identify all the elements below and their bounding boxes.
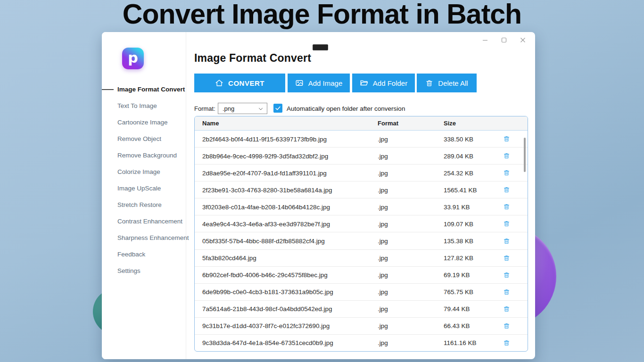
table-row: 7a5614a6-21b8-443d-98cf-0a4bdd0542ed.jpg… (195, 301, 528, 318)
add-folder-button-label: Add Folder (373, 79, 407, 87)
trash-icon (503, 322, 510, 329)
convert-button-label: CONVERT (228, 79, 264, 87)
file-format: .jpg (378, 135, 388, 142)
sidebar-item-label: Text To Image (117, 102, 157, 109)
sidebar-item[interactable]: Contrast Enhancement (102, 213, 186, 230)
sidebar-item-label: Sharpness Enhancement (117, 234, 189, 241)
file-name: 5fa3b820cd464.jpg (202, 255, 256, 262)
table-row: 2d8ae95e-e20f-4707-9a1d-fd1aff391101.jpg… (195, 165, 528, 181)
format-label: Format: (194, 105, 215, 112)
sidebar-item[interactable]: Image Format Convert (102, 81, 186, 98)
file-size: 1161.16 KB (444, 339, 477, 346)
table-row: 2f23be91-3c03-4763-8280-31be58a6814a.jpg… (195, 181, 528, 198)
add-image-button[interactable]: Add Image (288, 74, 350, 92)
sidebar-item[interactable]: Image UpScale (102, 180, 186, 197)
trash-icon (503, 152, 510, 159)
trash-icon (503, 203, 510, 210)
delete-row-button[interactable] (501, 168, 512, 178)
sidebar-item[interactable]: Remove Background (102, 147, 186, 164)
delete-row-button[interactable] (501, 185, 512, 195)
file-format: .jpg (378, 169, 388, 176)
sidebar-item-label: Remove Background (117, 152, 177, 159)
file-name: 9c38d3da-647d-4e1a-854e-67351cecd0b9.jpg (202, 339, 333, 346)
window-controls (476, 34, 532, 46)
file-name: 3f0203e8-c01a-4fae-b208-14b064b4128c.jpg (202, 203, 330, 210)
file-format: .jpg (378, 339, 388, 346)
table-body: 2b2f4643-b0f4-4d11-9f15-63397173fb9b.jpg… (195, 131, 528, 351)
minimize-button[interactable] (476, 34, 495, 46)
sidebar-item[interactable]: Feedback (102, 246, 186, 263)
sidebar-item-label: Cartoonize Image (117, 119, 168, 126)
file-name: 6de9b99b-c0e0-4cb3-b181-373631a9b05c.jpg (202, 288, 333, 296)
delete-all-button[interactable]: Delete All (417, 74, 477, 92)
trash-icon (503, 339, 510, 346)
sidebar-item[interactable]: Remove Object (102, 131, 186, 147)
table-row: 6b902cef-fbd0-4006-b46c-29c4575f8bec.jpg… (195, 267, 528, 284)
file-size: 109.07 KB (444, 220, 473, 227)
file-name: 2b8b964e-9cec-4998-92f9-3d5fad32dbf2.jpg (202, 152, 328, 159)
file-name: 2f23be91-3c03-4763-8280-31be58a6814a.jpg (202, 186, 332, 193)
page-title: Convert Image Format in Batch (0, 0, 644, 30)
delete-row-button[interactable] (501, 253, 512, 263)
column-header-size: Size (444, 120, 456, 127)
delete-row-button[interactable] (501, 236, 512, 246)
file-format: .jpg (378, 322, 388, 329)
section-heading: Image Format Convert (194, 52, 311, 65)
sidebar-item[interactable]: Sharpness Enhancement (102, 230, 186, 246)
sidebar-item[interactable]: Cartoonize Image (102, 114, 186, 131)
sidebar-item[interactable]: Text To Image (102, 98, 186, 114)
sidebar-item[interactable]: Stretch Restore (102, 197, 186, 213)
delete-row-button[interactable] (501, 270, 512, 280)
file-size: 33.91 KB (444, 203, 470, 210)
sidebar-item-label: Contrast Enhancement (117, 218, 182, 225)
sidebar-item-label: Image Format Convert (117, 86, 185, 93)
delete-row-button[interactable] (501, 321, 512, 331)
delete-row-button[interactable] (501, 287, 512, 297)
delete-row-button[interactable] (501, 219, 512, 229)
file-format: .jpg (378, 203, 388, 210)
chevron-down-icon (258, 106, 264, 112)
file-table: Name Format Size 2b2f4643-b0f4-4d11-9f15… (194, 116, 528, 352)
convert-button[interactable]: CONVERT (194, 74, 285, 92)
file-format: .jpg (378, 152, 388, 159)
table-row: 4ea9e9c4-43c3-4e6a-af33-ee3d9782be7f.jpg… (195, 215, 528, 232)
sidebar-item[interactable]: Settings (102, 263, 186, 279)
sidebar: p Image Format Convert Text To Image (102, 32, 186, 359)
trash-icon (503, 186, 510, 193)
file-name: 4ea9e9c4-43c3-4e6a-af33-ee3d9782be7f.jpg (202, 220, 330, 227)
file-size: 765.75 KB (444, 288, 473, 296)
add-image-button-label: Add Image (308, 79, 343, 87)
format-dropdown-value: .png (223, 105, 234, 112)
file-size: 66.43 KB (444, 322, 470, 329)
delete-row-button[interactable] (501, 304, 512, 314)
file-size: 289.04 KB (444, 152, 473, 159)
delete-row-button[interactable] (501, 202, 512, 212)
file-format: .jpg (378, 255, 388, 262)
maximize-button[interactable] (495, 34, 513, 46)
file-name: 2d8ae95e-e20f-4707-9a1d-fd1aff391101.jpg (202, 169, 327, 176)
sidebar-item[interactable]: Colorize Image (102, 164, 186, 180)
trash-icon (503, 272, 510, 279)
image-icon (295, 79, 304, 87)
delete-row-button[interactable] (501, 337, 512, 348)
file-name: 05bf335f-57b4-4bbc-888f-d2fb85882cf4.jpg (202, 238, 325, 245)
trash-icon (425, 79, 433, 87)
table-header: Name Format Size (195, 116, 528, 131)
table-row: 9c31b17e-d1dd-4037-8f7c-e012fc372690.jpg… (195, 318, 528, 335)
active-indicator (102, 89, 114, 90)
column-header-format: Format (378, 120, 398, 127)
delete-row-button[interactable] (501, 151, 512, 161)
add-folder-button[interactable]: Add Folder (352, 74, 415, 92)
sidebar-item-label: Colorize Image (117, 168, 160, 175)
close-button[interactable] (513, 34, 532, 46)
home-icon (215, 79, 223, 87)
auto-open-checkbox[interactable] (273, 104, 282, 113)
sidebar-item-label: Remove Object (117, 135, 161, 142)
file-format: .jpg (378, 238, 388, 245)
delete-row-button[interactable] (501, 134, 512, 144)
table-scrollbar[interactable] (524, 138, 526, 172)
sidebar-item-label: Feedback (117, 251, 145, 258)
format-dropdown[interactable]: .png (218, 103, 267, 114)
check-icon (275, 105, 281, 111)
trash-icon (503, 220, 510, 227)
